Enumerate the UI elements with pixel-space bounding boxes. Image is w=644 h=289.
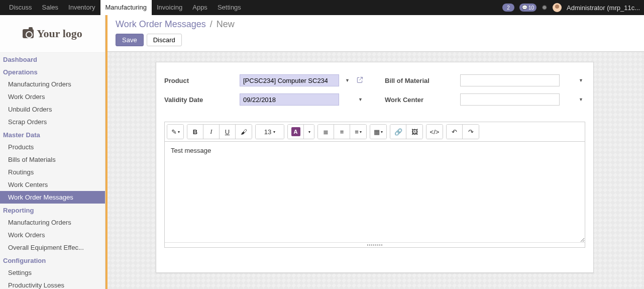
bold-button[interactable]: B <box>187 125 203 139</box>
workcenter-label: Work Center <box>385 96 460 104</box>
sidebar-item[interactable]: Overall Equipment Effec... <box>0 241 105 254</box>
nav-item-settings[interactable]: Settings <box>212 0 246 15</box>
undo-button[interactable]: ↶ <box>447 125 463 139</box>
breadcrumb-root[interactable]: Work Order Messages <box>116 19 206 30</box>
sidebar-item[interactable]: Settings <box>0 266 105 279</box>
content-area: Work Order Messages / New Save Discard P… <box>105 15 644 289</box>
breadcrumb-sep: / <box>210 19 212 30</box>
sidebar-section-dashboard[interactable]: Dashboard <box>0 53 105 65</box>
chevron-down-icon: ▼ <box>579 78 583 83</box>
nav-item-invoicing[interactable]: Invoicing <box>152 0 187 15</box>
sidebar-item[interactable]: Routings <box>0 166 105 178</box>
editor-resize-handle[interactable] <box>165 242 585 247</box>
validity-date-input[interactable] <box>240 93 339 106</box>
validity-date-label: Validity Date <box>164 96 240 104</box>
camera-icon <box>23 29 34 38</box>
external-link-icon[interactable] <box>355 76 365 85</box>
sidebar-item[interactable]: Scrap Orders <box>0 116 105 128</box>
paragraph-dropdown[interactable]: ≡▾ <box>350 125 366 139</box>
sidebar-item[interactable]: Unbuild Orders <box>0 103 105 116</box>
bom-label: Bill of Material <box>385 77 460 84</box>
editor-body[interactable]: Test message <box>165 142 585 242</box>
redo-button[interactable]: ↷ <box>463 125 479 139</box>
user-menu[interactable]: Administrator (mrp_11c... <box>567 4 640 12</box>
sidebar-item[interactable]: Work Order Messages <box>0 191 105 204</box>
table-dropdown[interactable]: ▦▾ <box>370 125 386 139</box>
style-dropdown[interactable]: ✎▾ <box>167 125 183 139</box>
sidebar-item[interactable]: Manufacturing Orders <box>0 78 105 90</box>
logo: Your logo <box>0 15 105 53</box>
save-button[interactable]: Save <box>116 34 144 46</box>
sidebar-section-reporting[interactable]: Reporting <box>0 204 105 216</box>
logo-text: Your logo <box>37 27 82 40</box>
link-button[interactable]: 🔗 <box>390 125 406 139</box>
editor-toolbar: ✎▾ B I U 🖌 13▾ A ▾ <box>165 122 585 142</box>
sidebar-section-master-data[interactable]: Master Data <box>0 128 105 141</box>
font-size-dropdown[interactable]: 13▾ <box>256 125 284 139</box>
sidebar-section-configuration[interactable]: Configuration <box>0 254 105 266</box>
top-navbar: DiscussSalesInventoryManufacturingInvoic… <box>0 0 644 15</box>
ul-button[interactable]: ≣ <box>318 125 334 139</box>
code-view-button[interactable]: </> <box>426 125 443 139</box>
italic-button[interactable]: I <box>203 125 220 139</box>
sidebar-section-operations[interactable]: Operations <box>0 65 105 78</box>
nav-item-apps[interactable]: Apps <box>187 0 212 15</box>
image-button[interactable]: 🖼 <box>406 125 422 139</box>
message-editor: ✎▾ B I U 🖌 13▾ A ▾ <box>164 122 585 248</box>
messages-badge[interactable]: 10 <box>519 4 536 12</box>
chevron-down-icon: ▼ <box>345 78 350 83</box>
sidebar-item[interactable]: Productivity Losses <box>0 279 105 289</box>
product-label: Product <box>164 77 240 84</box>
font-color-caret[interactable]: ▾ <box>304 125 314 139</box>
sidebar-item[interactable]: Work Orders <box>0 90 105 103</box>
bom-input[interactable] <box>460 74 560 86</box>
workcenter-input[interactable] <box>460 93 560 106</box>
sidebar-item[interactable]: Work Centers <box>0 178 105 191</box>
nav-item-inventory[interactable]: Inventory <box>63 0 100 15</box>
remove-format-button[interactable]: 🖌 <box>236 125 252 139</box>
sidebar-item[interactable]: Manufacturing Orders <box>0 216 105 229</box>
breadcrumb: Work Order Messages / New <box>105 15 644 31</box>
nav-item-discuss[interactable]: Discuss <box>4 0 37 15</box>
underline-button[interactable]: U <box>220 125 236 139</box>
font-color-button[interactable]: A <box>288 125 304 139</box>
nav-item-manufacturing[interactable]: Manufacturing <box>100 0 152 15</box>
discard-button[interactable]: Discard <box>147 34 182 46</box>
dirty-indicator <box>105 15 108 289</box>
debug-icon[interactable]: ✹ <box>542 4 548 12</box>
chevron-down-icon: ▼ <box>579 97 583 102</box>
chevron-down-icon: ▼ <box>358 97 363 102</box>
product-input[interactable] <box>240 74 339 86</box>
sidebar: Your logo DashboardOperationsManufacturi… <box>0 15 105 289</box>
avatar[interactable] <box>553 3 562 12</box>
sidebar-item[interactable]: Bills of Materials <box>0 153 105 166</box>
sidebar-item[interactable]: Work Orders <box>0 229 105 241</box>
counter-badge[interactable]: 2 <box>502 4 514 12</box>
form-sheet: Product ▼ <box>156 62 594 273</box>
sidebar-item[interactable]: Products <box>0 141 105 153</box>
nav-item-sales[interactable]: Sales <box>37 0 64 15</box>
ol-button[interactable]: ≡ <box>334 125 350 139</box>
breadcrumb-current: New <box>217 19 235 30</box>
